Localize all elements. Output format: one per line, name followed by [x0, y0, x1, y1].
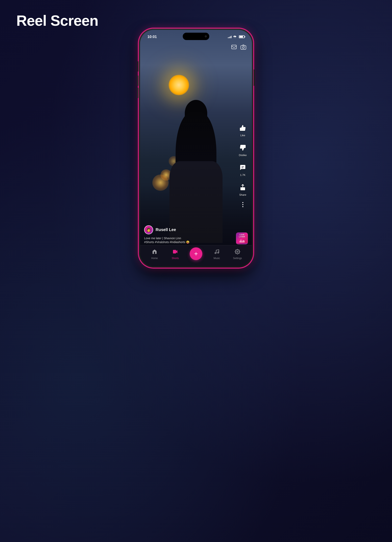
- settings-icon: [235, 249, 240, 256]
- add-button[interactable]: +: [190, 247, 202, 260]
- front-camera: [205, 35, 207, 37]
- svg-point-9: [217, 252, 219, 253]
- shorts-icon: [172, 249, 178, 256]
- nav-add[interactable]: +: [186, 247, 206, 261]
- signal-bar-2: [229, 37, 230, 38]
- music-bars: [240, 239, 244, 243]
- page-title: Reel Screen: [16, 12, 98, 29]
- status-icons: [228, 35, 245, 38]
- svg-point-10: [237, 251, 238, 252]
- dislike-label: Dislike: [239, 154, 247, 157]
- phone-frame: 10:01: [139, 29, 253, 268]
- signal-bar-3: [230, 36, 231, 38]
- music-thumbnail[interactable]: LOVELATER: [236, 233, 248, 244]
- comment-button[interactable]: 1.7K: [238, 163, 248, 177]
- nav-settings-label: Settings: [233, 257, 242, 260]
- dot-3: [242, 206, 243, 207]
- svg-rect-1: [241, 46, 246, 49]
- svg-point-3: [245, 46, 245, 47]
- more-button[interactable]: [242, 202, 243, 207]
- more-dots-icon: [242, 202, 243, 207]
- dot-1: [242, 202, 243, 203]
- nav-home[interactable]: Home: [144, 249, 165, 260]
- dislike-button[interactable]: Dislike: [238, 143, 248, 157]
- share-label: Share: [239, 193, 247, 196]
- top-action-icons: [231, 44, 246, 51]
- bottom-navigation: Home Shorts +: [140, 245, 252, 266]
- signal-bars-icon: [228, 35, 231, 38]
- nav-shorts-label: Shorts: [172, 257, 179, 260]
- wifi-icon: [233, 35, 237, 38]
- comment-count: 1.7K: [240, 173, 246, 177]
- nav-music-label: Music: [214, 257, 220, 260]
- music-icon: [214, 249, 220, 256]
- battery-fill: [240, 36, 243, 38]
- moon-orb: [169, 75, 189, 95]
- svg-point-2: [242, 47, 244, 49]
- dynamic-island: [183, 33, 209, 40]
- music-thumb-inner: LOVELATER: [236, 233, 248, 244]
- creator-avatar[interactable]: 👩: [144, 225, 153, 234]
- home-icon: [152, 249, 157, 256]
- add-icon: +: [194, 250, 198, 258]
- phone-mockup: 10:01: [139, 29, 253, 268]
- music-bar-5: [244, 240, 244, 243]
- hashtags-text: #Shorts #Viralshots #Indiashorts 😜: [144, 240, 234, 244]
- description-text: Love me later | Shavvon Linn: [144, 236, 234, 240]
- status-time: 10:01: [147, 35, 157, 39]
- dot-2: [242, 204, 243, 205]
- signal-bar-4: [231, 36, 231, 38]
- creator-username[interactable]: Rusell Lee: [156, 227, 176, 232]
- avatar-person: 👩: [146, 228, 151, 232]
- battery-icon: [239, 35, 245, 38]
- nav-settings[interactable]: Settings: [227, 249, 248, 260]
- user-row: 👩 Rusell Lee: [144, 225, 234, 234]
- nav-shorts[interactable]: Shorts: [165, 249, 186, 260]
- like-label: Like: [240, 134, 245, 137]
- music-bar-2: [241, 240, 241, 243]
- video-description: Love me later | Shavvon Linn #Shorts #Vi…: [144, 236, 234, 244]
- inbox-icon[interactable]: [231, 44, 237, 51]
- camera-icon[interactable]: [241, 44, 246, 51]
- music-bar-4: [243, 240, 243, 243]
- nav-home-label: Home: [151, 257, 158, 260]
- phone-screen: 10:01: [140, 30, 252, 266]
- person-silhouette: [140, 100, 252, 247]
- svg-point-8: [215, 252, 216, 254]
- signal-bar-1: [228, 37, 228, 38]
- bottom-info: 👩 Rusell Lee Love me later | Shavvon Lin…: [144, 225, 234, 244]
- share-button[interactable]: Share: [238, 182, 248, 196]
- nav-music[interactable]: Music: [206, 249, 227, 260]
- svg-rect-0: [231, 45, 236, 49]
- action-bar: Like Dislike: [238, 123, 248, 207]
- svg-rect-7: [173, 250, 176, 253]
- like-button[interactable]: Like: [238, 123, 248, 137]
- music-bar-3: [242, 241, 242, 243]
- music-bar-1: [240, 241, 240, 243]
